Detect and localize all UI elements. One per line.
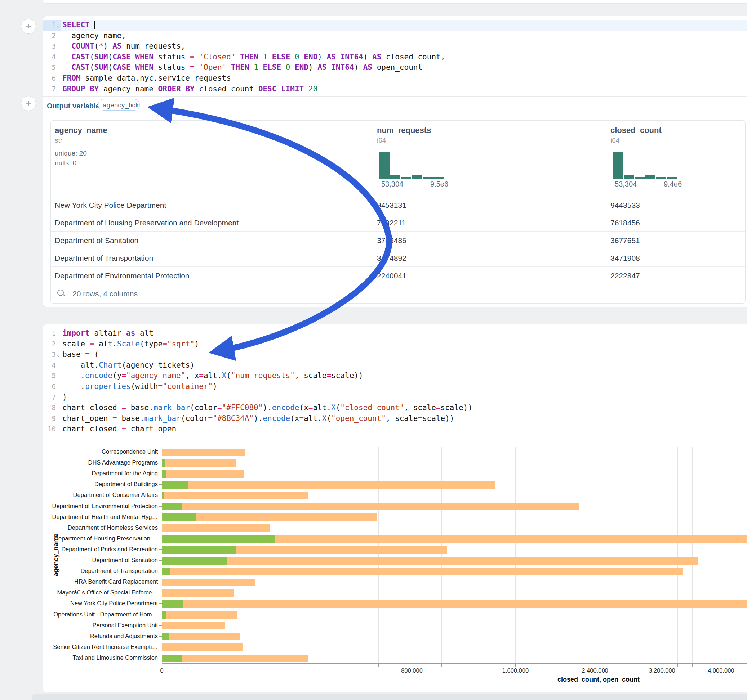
column-type: i64 bbox=[611, 136, 620, 144]
gridline bbox=[662, 447, 662, 664]
table-row: Department of Environmental Protection22… bbox=[51, 267, 745, 284]
code-line[interactable]: 4 CAST(SUM(CASE WHEN status = 'Closed' T… bbox=[43, 52, 747, 63]
add-cell-button-middle[interactable]: + bbox=[21, 96, 36, 111]
code-line[interactable]: 5 CAST(SUM(CASE WHEN status = 'Open' THE… bbox=[43, 62, 747, 73]
y-axis-label: Personal Exemption Unit bbox=[50, 622, 158, 629]
y-tick bbox=[159, 539, 162, 539]
histogram-min-label: 53,304 bbox=[381, 180, 403, 188]
search-icon[interactable] bbox=[57, 290, 64, 296]
column-stat: unique: 20 bbox=[55, 149, 87, 157]
histogram-bar bbox=[434, 177, 444, 179]
bar-open_count bbox=[162, 568, 170, 575]
gridline bbox=[595, 447, 595, 664]
gridline bbox=[468, 447, 469, 664]
fold-caret-icon[interactable]: ⌄ bbox=[57, 20, 60, 31]
table-cell: Department of Housing Preservation and D… bbox=[55, 219, 239, 227]
code-line[interactable]: 7GROUP BY agency_name ORDER BY closed_co… bbox=[43, 84, 747, 95]
code-line[interactable]: 3 COUNT(*) AS num_requests, bbox=[43, 41, 747, 52]
histogram-bar bbox=[646, 175, 655, 179]
x-axis-line bbox=[162, 663, 747, 664]
x-axis-label: 0 bbox=[160, 667, 163, 674]
y-axis-label: Taxi and Limousine Commission bbox=[50, 654, 158, 661]
x-tick bbox=[515, 664, 516, 667]
gridline bbox=[287, 447, 287, 664]
column-header[interactable]: num_requests bbox=[377, 126, 431, 135]
gridline bbox=[412, 447, 412, 664]
table-cell: 9443533 bbox=[611, 201, 640, 210]
y-axis-label: Senior Citizen Rent Increase Exempti… bbox=[50, 643, 158, 650]
sql-code-editor[interactable]: 1⌄SELECT 2 agency_name,3 COUNT(*) AS num… bbox=[43, 20, 747, 94]
table-cell: 2240041 bbox=[377, 272, 407, 280]
table-cell: 7618456 bbox=[611, 219, 640, 227]
bar-closed_count bbox=[162, 633, 240, 640]
gridline bbox=[721, 447, 721, 664]
y-tick bbox=[159, 560, 162, 561]
table-cell: 2222847 bbox=[611, 272, 640, 280]
x-tick bbox=[287, 664, 287, 667]
y-tick bbox=[159, 582, 162, 582]
python-cell: 1import altair as alt2scale = alt.Scale(… bbox=[42, 324, 747, 692]
bar-closed_count bbox=[162, 470, 244, 478]
histogram-bar bbox=[423, 177, 433, 179]
line-number: 3 bbox=[43, 41, 56, 52]
add-cell-button-top[interactable]: + bbox=[21, 19, 36, 34]
column-header[interactable]: agency_name bbox=[55, 126, 107, 135]
column-type: str bbox=[55, 136, 62, 144]
histogram-bar bbox=[656, 177, 666, 179]
output-variable-pill[interactable]: agency_tickets bbox=[98, 99, 140, 110]
bar-closed_count bbox=[162, 492, 308, 499]
x-axis-label: 2,400,000 bbox=[582, 667, 608, 674]
code-line[interactable]: 6FROM sample_data.nyc.service_requests bbox=[43, 73, 747, 84]
bar-closed_count bbox=[162, 557, 698, 564]
bar-closed_count bbox=[162, 643, 243, 651]
x-tick bbox=[442, 664, 442, 667]
table-cell: Department of Environmental Protection bbox=[55, 272, 189, 280]
column-type: i64 bbox=[377, 136, 386, 144]
code-line[interactable]: 2 agency_name, bbox=[43, 31, 747, 41]
bar-open_count bbox=[162, 470, 166, 478]
y-tick bbox=[159, 452, 162, 452]
y-axis-label: Department of Housing Preservation … bbox=[50, 535, 158, 542]
gridline bbox=[735, 447, 735, 664]
histogram-bar bbox=[667, 177, 677, 179]
line-number: 2 bbox=[43, 31, 56, 41]
y-axis-label: Mayorâ€ s Office of Special Enforce… bbox=[50, 589, 158, 596]
divider bbox=[43, 96, 747, 97]
y-axis-label: Correspondence Unit bbox=[50, 448, 158, 455]
x-tick bbox=[692, 664, 693, 667]
gridline bbox=[537, 447, 537, 664]
x-tick bbox=[707, 664, 708, 667]
x-tick bbox=[468, 664, 469, 667]
y-tick bbox=[159, 474, 162, 474]
y-tick bbox=[159, 571, 162, 572]
gridline bbox=[442, 447, 442, 664]
x-tick bbox=[537, 664, 537, 667]
x-axis-title: closed_count, open_count bbox=[558, 676, 640, 683]
histogram-bar bbox=[613, 152, 623, 179]
y-tick bbox=[159, 615, 162, 615]
bar-closed_count bbox=[162, 459, 236, 467]
column-header[interactable]: closed_count bbox=[611, 126, 662, 135]
line-number: 5 bbox=[43, 62, 56, 73]
output-variable-label: Output variable: bbox=[47, 102, 102, 110]
table-row-count: 20 rows, 4 columns bbox=[73, 290, 138, 298]
y-axis-label: Department of Health and Mental Hyg… bbox=[50, 513, 158, 520]
code-line[interactable]: 1⌄SELECT bbox=[43, 20, 747, 31]
table-cell: 9453131 bbox=[377, 201, 407, 210]
y-tick bbox=[159, 603, 162, 604]
x-tick bbox=[662, 664, 662, 667]
histogram-bar bbox=[412, 175, 422, 179]
x-tick bbox=[646, 664, 646, 667]
bar-chart: closed_count, open_count agency_name Cor… bbox=[43, 324, 747, 692]
y-axis-label: Department of Parks and Recreation bbox=[50, 546, 158, 553]
x-axis-label: 800,000 bbox=[401, 667, 423, 674]
table-cell: 3774892 bbox=[377, 254, 407, 262]
histogram-bar bbox=[401, 177, 411, 179]
bar-open_count bbox=[162, 503, 181, 510]
x-axis-label: 3,200,000 bbox=[649, 667, 675, 674]
histogram-bar bbox=[635, 177, 645, 179]
y-axis-label: HRA Benefit Card Replacement bbox=[50, 578, 158, 585]
y-axis-label: Operations Unit - Department of Hom… bbox=[50, 611, 158, 618]
x-tick bbox=[412, 664, 412, 667]
bar-open_count bbox=[162, 535, 275, 543]
